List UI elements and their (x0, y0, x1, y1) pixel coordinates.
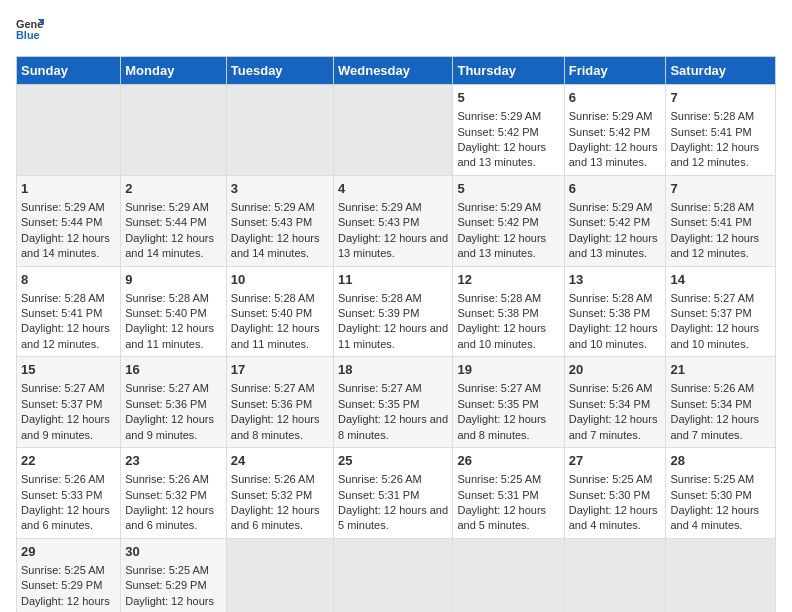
calendar-week-row: 5Sunrise: 5:29 AMSunset: 5:42 PMDaylight… (17, 85, 776, 176)
calendar-cell (333, 85, 452, 176)
calendar-cell: 13Sunrise: 5:28 AMSunset: 5:38 PMDayligh… (564, 266, 666, 357)
day-number: 5 (457, 180, 559, 198)
calendar-cell (564, 538, 666, 612)
calendar-cell (17, 85, 121, 176)
cell-info: Sunrise: 5:29 AMSunset: 5:42 PMDaylight:… (569, 110, 658, 168)
cell-info: Sunrise: 5:26 AMSunset: 5:33 PMDaylight:… (21, 473, 110, 531)
header-monday: Monday (121, 57, 227, 85)
logo: General Blue (16, 16, 48, 44)
cell-info: Sunrise: 5:25 AMSunset: 5:30 PMDaylight:… (569, 473, 658, 531)
calendar-week-row: 1Sunrise: 5:29 AMSunset: 5:44 PMDaylight… (17, 175, 776, 266)
calendar-cell: 6Sunrise: 5:29 AMSunset: 5:42 PMDaylight… (564, 85, 666, 176)
day-number: 10 (231, 271, 329, 289)
calendar-cell: 9Sunrise: 5:28 AMSunset: 5:40 PMDaylight… (121, 266, 227, 357)
header-tuesday: Tuesday (226, 57, 333, 85)
cell-info: Sunrise: 5:28 AMSunset: 5:41 PMDaylight:… (670, 201, 759, 259)
calendar-cell: 2Sunrise: 5:29 AMSunset: 5:44 PMDaylight… (121, 175, 227, 266)
header-wednesday: Wednesday (333, 57, 452, 85)
day-number: 6 (569, 180, 662, 198)
cell-info: Sunrise: 5:27 AMSunset: 5:36 PMDaylight:… (231, 382, 320, 440)
calendar-cell: 6Sunrise: 5:29 AMSunset: 5:42 PMDaylight… (564, 175, 666, 266)
day-number: 4 (338, 180, 448, 198)
day-number: 6 (569, 89, 662, 107)
calendar-cell (666, 538, 776, 612)
cell-info: Sunrise: 5:28 AMSunset: 5:39 PMDaylight:… (338, 292, 448, 350)
calendar-cell: 14Sunrise: 5:27 AMSunset: 5:37 PMDayligh… (666, 266, 776, 357)
calendar-cell: 15Sunrise: 5:27 AMSunset: 5:37 PMDayligh… (17, 357, 121, 448)
calendar-cell: 26Sunrise: 5:25 AMSunset: 5:31 PMDayligh… (453, 448, 564, 539)
calendar-cell: 19Sunrise: 5:27 AMSunset: 5:35 PMDayligh… (453, 357, 564, 448)
calendar-cell: 28Sunrise: 5:25 AMSunset: 5:30 PMDayligh… (666, 448, 776, 539)
cell-info: Sunrise: 5:29 AMSunset: 5:42 PMDaylight:… (457, 110, 546, 168)
day-number: 2 (125, 180, 222, 198)
day-number: 3 (231, 180, 329, 198)
calendar-cell (226, 85, 333, 176)
cell-info: Sunrise: 5:25 AMSunset: 5:31 PMDaylight:… (457, 473, 546, 531)
cell-info: Sunrise: 5:26 AMSunset: 5:32 PMDaylight:… (125, 473, 214, 531)
cell-info: Sunrise: 5:29 AMSunset: 5:43 PMDaylight:… (338, 201, 448, 259)
cell-info: Sunrise: 5:29 AMSunset: 5:42 PMDaylight:… (457, 201, 546, 259)
day-number: 17 (231, 361, 329, 379)
day-number: 23 (125, 452, 222, 470)
cell-info: Sunrise: 5:28 AMSunset: 5:38 PMDaylight:… (457, 292, 546, 350)
cell-info: Sunrise: 5:28 AMSunset: 5:41 PMDaylight:… (670, 110, 759, 168)
calendar-week-row: 8Sunrise: 5:28 AMSunset: 5:41 PMDaylight… (17, 266, 776, 357)
cell-info: Sunrise: 5:27 AMSunset: 5:36 PMDaylight:… (125, 382, 214, 440)
day-number: 26 (457, 452, 559, 470)
calendar-cell (226, 538, 333, 612)
day-number: 15 (21, 361, 116, 379)
calendar-week-row: 15Sunrise: 5:27 AMSunset: 5:37 PMDayligh… (17, 357, 776, 448)
cell-info: Sunrise: 5:29 AMSunset: 5:43 PMDaylight:… (231, 201, 320, 259)
cell-info: Sunrise: 5:27 AMSunset: 5:37 PMDaylight:… (21, 382, 110, 440)
calendar-cell: 20Sunrise: 5:26 AMSunset: 5:34 PMDayligh… (564, 357, 666, 448)
header-friday: Friday (564, 57, 666, 85)
calendar-cell: 12Sunrise: 5:28 AMSunset: 5:38 PMDayligh… (453, 266, 564, 357)
calendar-cell: 11Sunrise: 5:28 AMSunset: 5:39 PMDayligh… (333, 266, 452, 357)
calendar-cell: 24Sunrise: 5:26 AMSunset: 5:32 PMDayligh… (226, 448, 333, 539)
calendar-cell: 25Sunrise: 5:26 AMSunset: 5:31 PMDayligh… (333, 448, 452, 539)
calendar-cell: 3Sunrise: 5:29 AMSunset: 5:43 PMDaylight… (226, 175, 333, 266)
day-number: 25 (338, 452, 448, 470)
day-number: 24 (231, 452, 329, 470)
calendar-cell: 22Sunrise: 5:26 AMSunset: 5:33 PMDayligh… (17, 448, 121, 539)
calendar-cell: 7Sunrise: 5:28 AMSunset: 5:41 PMDaylight… (666, 175, 776, 266)
cell-info: Sunrise: 5:27 AMSunset: 5:35 PMDaylight:… (457, 382, 546, 440)
calendar-cell: 30Sunrise: 5:25 AMSunset: 5:29 PMDayligh… (121, 538, 227, 612)
cell-info: Sunrise: 5:25 AMSunset: 5:29 PMDaylight:… (21, 564, 110, 612)
cell-info: Sunrise: 5:26 AMSunset: 5:34 PMDaylight:… (569, 382, 658, 440)
cell-info: Sunrise: 5:29 AMSunset: 5:42 PMDaylight:… (569, 201, 658, 259)
cell-info: Sunrise: 5:29 AMSunset: 5:44 PMDaylight:… (21, 201, 110, 259)
cell-info: Sunrise: 5:28 AMSunset: 5:41 PMDaylight:… (21, 292, 110, 350)
cell-info: Sunrise: 5:25 AMSunset: 5:30 PMDaylight:… (670, 473, 759, 531)
cell-info: Sunrise: 5:28 AMSunset: 5:38 PMDaylight:… (569, 292, 658, 350)
calendar-cell: 5Sunrise: 5:29 AMSunset: 5:42 PMDaylight… (453, 175, 564, 266)
calendar-week-row: 22Sunrise: 5:26 AMSunset: 5:33 PMDayligh… (17, 448, 776, 539)
cell-info: Sunrise: 5:25 AMSunset: 5:29 PMDaylight:… (125, 564, 214, 612)
calendar-cell (453, 538, 564, 612)
page-header: General Blue (16, 16, 776, 44)
day-number: 7 (670, 180, 771, 198)
calendar-cell: 21Sunrise: 5:26 AMSunset: 5:34 PMDayligh… (666, 357, 776, 448)
calendar-cell: 17Sunrise: 5:27 AMSunset: 5:36 PMDayligh… (226, 357, 333, 448)
day-number: 21 (670, 361, 771, 379)
cell-info: Sunrise: 5:26 AMSunset: 5:32 PMDaylight:… (231, 473, 320, 531)
calendar-cell: 5Sunrise: 5:29 AMSunset: 5:42 PMDaylight… (453, 85, 564, 176)
calendar-cell: 8Sunrise: 5:28 AMSunset: 5:41 PMDaylight… (17, 266, 121, 357)
cell-info: Sunrise: 5:27 AMSunset: 5:37 PMDaylight:… (670, 292, 759, 350)
day-number: 5 (457, 89, 559, 107)
logo-icon: General Blue (16, 16, 44, 44)
calendar-cell (121, 85, 227, 176)
day-number: 19 (457, 361, 559, 379)
calendar-cell: 1Sunrise: 5:29 AMSunset: 5:44 PMDaylight… (17, 175, 121, 266)
day-number: 7 (670, 89, 771, 107)
day-number: 13 (569, 271, 662, 289)
calendar-cell: 18Sunrise: 5:27 AMSunset: 5:35 PMDayligh… (333, 357, 452, 448)
day-number: 1 (21, 180, 116, 198)
day-number: 8 (21, 271, 116, 289)
day-number: 27 (569, 452, 662, 470)
calendar-cell: 23Sunrise: 5:26 AMSunset: 5:32 PMDayligh… (121, 448, 227, 539)
day-number: 29 (21, 543, 116, 561)
day-number: 14 (670, 271, 771, 289)
header-sunday: Sunday (17, 57, 121, 85)
calendar-cell (333, 538, 452, 612)
